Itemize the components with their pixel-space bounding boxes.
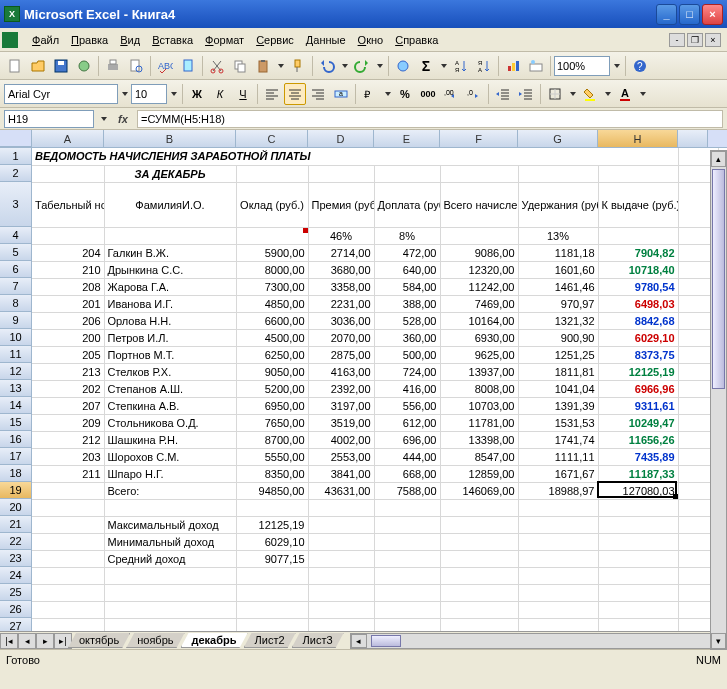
cell-c-4[interactable]: 6600,00 bbox=[236, 312, 308, 329]
cell-d-3[interactable]: 2231,00 bbox=[308, 295, 374, 312]
currency-dropdown[interactable] bbox=[382, 83, 393, 105]
row-head-16[interactable]: 16 bbox=[0, 431, 32, 448]
cell-d-6[interactable]: 2875,00 bbox=[308, 346, 374, 363]
cell-d-11[interactable]: 4002,00 bbox=[308, 431, 374, 448]
cell-n-6[interactable]: 205 bbox=[32, 346, 104, 363]
header-5[interactable]: Всего начислено (руб.) bbox=[440, 182, 518, 227]
cell-e-7[interactable]: 724,00 bbox=[374, 363, 440, 380]
hyperlink-icon[interactable] bbox=[392, 55, 414, 77]
header-0[interactable]: Табельный номер bbox=[32, 182, 104, 227]
row-head-4[interactable]: 4 bbox=[0, 227, 32, 244]
cell-d-13[interactable]: 3841,00 bbox=[308, 465, 374, 482]
cell-n-11[interactable]: 212 bbox=[32, 431, 104, 448]
cell-e-8[interactable]: 416,00 bbox=[374, 380, 440, 397]
totals-e[interactable]: 7588,00 bbox=[374, 482, 440, 499]
row-head-13[interactable]: 13 bbox=[0, 380, 32, 397]
cell-d-0[interactable]: 2714,00 bbox=[308, 244, 374, 261]
mdi-close[interactable]: × bbox=[705, 33, 721, 47]
cell-e-6[interactable]: 500,00 bbox=[374, 346, 440, 363]
row-head-19[interactable]: 19 bbox=[0, 482, 32, 499]
borders-dropdown[interactable] bbox=[567, 83, 578, 105]
borders-icon[interactable] bbox=[544, 83, 566, 105]
sheet-tab-Лист2[interactable]: Лист2 bbox=[244, 633, 296, 648]
header-7[interactable]: К выдаче (руб.) bbox=[598, 182, 678, 227]
tab-nav-next[interactable]: ▸ bbox=[36, 633, 54, 649]
cell-d-5[interactable]: 2070,00 bbox=[308, 329, 374, 346]
cell-d-7[interactable]: 4163,00 bbox=[308, 363, 374, 380]
increase-decimal-icon[interactable]: ,00 bbox=[440, 83, 462, 105]
open-icon[interactable] bbox=[27, 55, 49, 77]
percent-icon[interactable]: % bbox=[394, 83, 416, 105]
cell-e-11[interactable]: 696,00 bbox=[374, 431, 440, 448]
sheet-tab-Лист3[interactable]: Лист3 bbox=[292, 633, 344, 648]
cell-c-1[interactable]: 8000,00 bbox=[236, 261, 308, 278]
row-head-15[interactable]: 15 bbox=[0, 414, 32, 431]
stat-val-1[interactable]: 6029,10 bbox=[236, 533, 308, 550]
cell-f-3[interactable]: 7469,00 bbox=[440, 295, 518, 312]
close-button[interactable]: × bbox=[702, 4, 723, 25]
cell-n-0[interactable]: 204 bbox=[32, 244, 104, 261]
print-icon[interactable] bbox=[102, 55, 124, 77]
formula-input[interactable]: =СУММ(H5:H18) bbox=[137, 110, 723, 128]
cell-e-13[interactable]: 668,00 bbox=[374, 465, 440, 482]
row-head-24[interactable]: 24 bbox=[0, 567, 32, 584]
cell-c-13[interactable]: 8350,00 bbox=[236, 465, 308, 482]
menu-Вставка[interactable]: Вставка bbox=[146, 31, 199, 49]
underline-icon[interactable]: Ч bbox=[232, 83, 254, 105]
text-color-dropdown[interactable] bbox=[637, 83, 648, 105]
increase-indent-icon[interactable] bbox=[515, 83, 537, 105]
paste-icon[interactable] bbox=[252, 55, 274, 77]
cell-c-6[interactable]: 6250,00 bbox=[236, 346, 308, 363]
bold-icon[interactable]: Ж bbox=[186, 83, 208, 105]
currency-icon[interactable]: ₽ bbox=[359, 83, 381, 105]
totals-label[interactable]: Всего: bbox=[104, 482, 236, 499]
pct-d[interactable]: 46% bbox=[308, 227, 374, 244]
redo-dropdown[interactable] bbox=[374, 55, 385, 77]
row-head-1[interactable]: 1 bbox=[0, 148, 32, 165]
cell-d-12[interactable]: 2553,00 bbox=[308, 448, 374, 465]
tab-nav-first[interactable]: |◂ bbox=[0, 633, 18, 649]
row-head-10[interactable]: 10 bbox=[0, 329, 32, 346]
row-head-22[interactable]: 22 bbox=[0, 533, 32, 550]
cell-name-2[interactable]: Жарова Г.А. bbox=[104, 278, 236, 295]
cell-c-7[interactable]: 9050,00 bbox=[236, 363, 308, 380]
row-head-17[interactable]: 17 bbox=[0, 448, 32, 465]
cell-c-2[interactable]: 7300,00 bbox=[236, 278, 308, 295]
align-center-icon[interactable] bbox=[284, 83, 306, 105]
row-head-26[interactable]: 26 bbox=[0, 601, 32, 618]
cell-name-6[interactable]: Портнов М.Т. bbox=[104, 346, 236, 363]
cell-d-8[interactable]: 2392,00 bbox=[308, 380, 374, 397]
row-head-27[interactable]: 27 bbox=[0, 618, 32, 631]
cell-e-12[interactable]: 444,00 bbox=[374, 448, 440, 465]
drawing-icon[interactable] bbox=[525, 55, 547, 77]
font-size-dropdown[interactable] bbox=[168, 83, 179, 105]
cell-name-11[interactable]: Шашкина Р.Н. bbox=[104, 431, 236, 448]
cell-h-8[interactable]: 6966,96 bbox=[598, 380, 678, 397]
sheet-tab-ноябрь[interactable]: ноябрь bbox=[126, 633, 184, 648]
font-selector[interactable]: Arial Cyr bbox=[4, 84, 118, 104]
cell-f-7[interactable]: 13937,00 bbox=[440, 363, 518, 380]
cell-n-3[interactable]: 201 bbox=[32, 295, 104, 312]
cell-name-7[interactable]: Стелков Р.Х. bbox=[104, 363, 236, 380]
header-2[interactable]: Оклад (руб.) bbox=[236, 182, 308, 227]
row-head-23[interactable]: 23 bbox=[0, 550, 32, 567]
cell-n-13[interactable]: 211 bbox=[32, 465, 104, 482]
cell-g-4[interactable]: 1321,32 bbox=[518, 312, 598, 329]
title-cell[interactable]: ВЕДОМОСТЬ НАЧИСЛЕНИЯ ЗАРАБОТНОЙ ПЛАТЫ bbox=[32, 148, 678, 165]
cell-name-0[interactable]: Галкин В.Ж. bbox=[104, 244, 236, 261]
stat-label-2[interactable]: Средний доход bbox=[104, 550, 236, 567]
select-all-corner[interactable] bbox=[0, 130, 32, 147]
cell-g-0[interactable]: 1181,18 bbox=[518, 244, 598, 261]
cell-c-5[interactable]: 4500,00 bbox=[236, 329, 308, 346]
tab-nav-prev[interactable]: ◂ bbox=[18, 633, 36, 649]
cell-name-10[interactable]: Стольникова О.Д. bbox=[104, 414, 236, 431]
cell-n-4[interactable]: 206 bbox=[32, 312, 104, 329]
stat-val-2[interactable]: 9077,15 bbox=[236, 550, 308, 567]
cell-f-4[interactable]: 10164,00 bbox=[440, 312, 518, 329]
cell-g-13[interactable]: 1671,67 bbox=[518, 465, 598, 482]
cell-n-5[interactable]: 200 bbox=[32, 329, 104, 346]
undo-dropdown[interactable] bbox=[339, 55, 350, 77]
cell-c-9[interactable]: 6950,00 bbox=[236, 397, 308, 414]
row-head-21[interactable]: 21 bbox=[0, 516, 32, 533]
sheet-tab-октябрь[interactable]: октябрь bbox=[68, 633, 130, 648]
